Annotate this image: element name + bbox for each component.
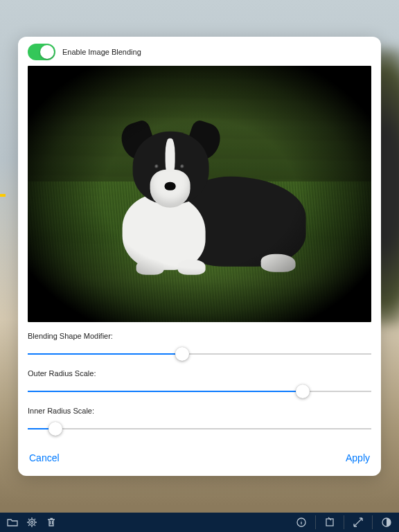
toolbar-divider (372, 515, 373, 529)
shape-modifier-label: Blending Shape Modifier: (28, 332, 371, 340)
background-accent (0, 194, 6, 197)
image-preview (28, 66, 371, 322)
expand-icon[interactable] (353, 517, 364, 528)
modal-actions: Cancel Apply (28, 444, 371, 466)
apply-button[interactable]: Apply (344, 450, 371, 466)
inner-radius-group: Inner Radius Scale: (28, 407, 371, 436)
info-icon[interactable] (296, 517, 307, 528)
image-blending-modal: Enable Image Blending Blending Shape Mod… (18, 37, 381, 476)
blending-toggle-row: Enable Image Blending (28, 44, 371, 66)
blending-toggle[interactable] (28, 44, 55, 60)
preview-subject (85, 114, 306, 281)
slider-controls: Blending Shape Modifier: Outer Radius Sc… (28, 322, 371, 436)
toolbar-divider (344, 515, 344, 529)
outer-radius-group: Outer Radius Scale: (28, 369, 371, 398)
outer-radius-slider[interactable] (28, 384, 371, 398)
toggle-knob (40, 45, 54, 59)
svg-rect-3 (326, 519, 333, 526)
crop-icon[interactable] (324, 517, 335, 528)
shape-modifier-slider[interactable] (28, 347, 371, 361)
blending-toggle-label: Enable Image Blending (62, 48, 141, 56)
trash-icon[interactable] (46, 517, 57, 528)
outer-radius-label: Outer Radius Scale: (28, 369, 371, 378)
svg-point-1 (30, 521, 33, 523)
bottom-toolbar (0, 513, 399, 532)
inner-radius-label: Inner Radius Scale: (28, 407, 371, 415)
svg-point-0 (29, 520, 35, 525)
gear-icon[interactable] (26, 517, 37, 528)
toolbar-divider (315, 515, 316, 529)
contrast-icon[interactable] (381, 517, 392, 528)
inner-radius-slider[interactable] (28, 422, 371, 436)
folder-icon[interactable] (7, 517, 18, 528)
shape-modifier-group: Blending Shape Modifier: (28, 332, 371, 361)
cancel-button[interactable]: Cancel (28, 450, 61, 466)
